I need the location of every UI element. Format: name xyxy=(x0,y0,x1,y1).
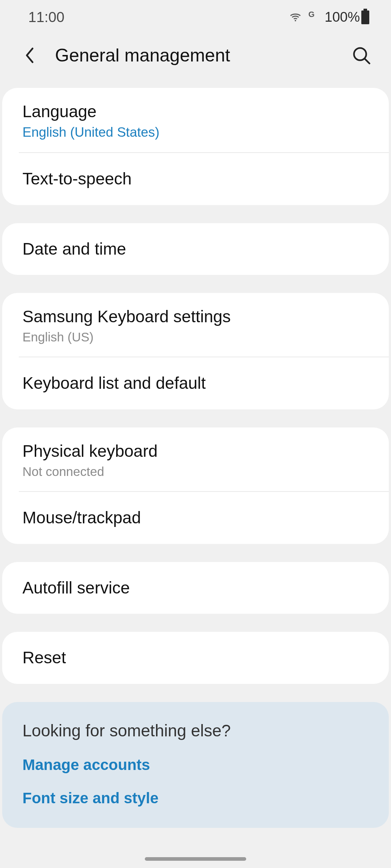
row-subtitle: English (US) xyxy=(22,330,369,344)
row-title: Samsung Keyboard settings xyxy=(22,306,369,328)
settings-group: Reset xyxy=(2,632,389,684)
back-button[interactable] xyxy=(19,44,41,66)
row-title: Reset xyxy=(22,647,369,669)
row-subtitle: Not connected xyxy=(22,464,369,479)
suggestions-heading: Looking for something else? xyxy=(22,721,369,740)
settings-group: Samsung Keyboard settings English (US) K… xyxy=(2,293,389,409)
row-title: Physical keyboard xyxy=(22,441,369,462)
wifi-icon xyxy=(289,11,302,24)
svg-line-2 xyxy=(365,59,369,63)
status-time: 11:00 xyxy=(28,9,64,25)
app-header: General management xyxy=(0,34,391,88)
row-title: Text-to-speech xyxy=(22,168,369,190)
row-title: Keyboard list and default xyxy=(22,373,369,394)
settings-item-physical-keyboard[interactable]: Physical keyboard Not connected xyxy=(2,427,389,491)
settings-group: Date and time xyxy=(2,223,389,275)
battery-icon xyxy=(361,10,369,24)
settings-group: Physical keyboard Not connected Mouse/tr… xyxy=(2,427,389,544)
settings-group: Language English (United States) Text-to… xyxy=(2,88,389,205)
settings-item-language[interactable]: Language English (United States) xyxy=(2,88,389,152)
page-title: General management xyxy=(55,45,336,66)
settings-item-text-to-speech[interactable]: Text-to-speech xyxy=(2,153,389,205)
row-subtitle: English (United States) xyxy=(22,125,369,140)
settings-item-autofill-service[interactable]: Autofill service xyxy=(2,562,389,614)
suggestion-link-manage-accounts[interactable]: Manage accounts xyxy=(22,756,369,774)
settings-item-mouse-trackpad[interactable]: Mouse/trackpad xyxy=(2,492,389,544)
suggestion-link-font-size-style[interactable]: Font size and style xyxy=(22,790,369,807)
battery-status: 100% xyxy=(325,9,369,25)
settings-item-samsung-keyboard[interactable]: Samsung Keyboard settings English (US) xyxy=(2,293,389,357)
settings-item-keyboard-list[interactable]: Keyboard list and default xyxy=(2,357,389,409)
row-title: Mouse/trackpad xyxy=(22,507,369,529)
search-button[interactable] xyxy=(350,44,372,66)
network-type: G xyxy=(308,10,315,19)
status-bar: 11:00 G 100% xyxy=(0,0,391,34)
suggestions-card: Looking for something else? Manage accou… xyxy=(2,702,389,828)
svg-point-0 xyxy=(295,20,296,21)
settings-item-date-and-time[interactable]: Date and time xyxy=(2,223,389,275)
settings-group: Autofill service xyxy=(2,562,389,614)
row-title: Autofill service xyxy=(22,577,369,599)
row-title: Date and time xyxy=(22,238,369,260)
battery-text: 100% xyxy=(325,9,360,25)
navigation-handle[interactable] xyxy=(145,857,246,861)
chevron-left-icon xyxy=(23,46,37,64)
search-icon xyxy=(352,46,371,65)
settings-item-reset[interactable]: Reset xyxy=(2,632,389,684)
status-right: G 100% xyxy=(289,9,369,25)
row-title: Language xyxy=(22,101,369,123)
